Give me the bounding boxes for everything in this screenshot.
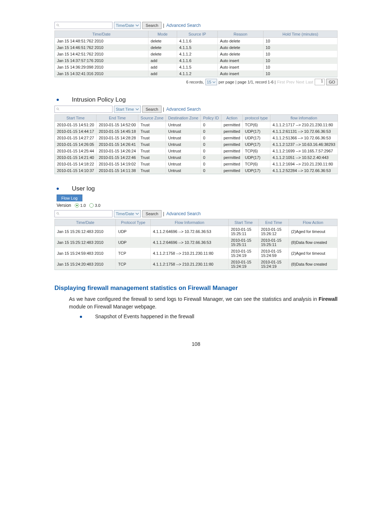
svg-point-2 (57, 108, 58, 110)
version-label: Version (57, 203, 71, 208)
bullet-text: Snapshot of Events happened in the firew… (95, 314, 194, 319)
bullet-icon (80, 316, 82, 318)
table-cell: Untrust (166, 148, 201, 154)
table-cell: Untrust (166, 128, 201, 135)
table-cell: add (148, 57, 177, 64)
table-cell: 10 (263, 64, 337, 70)
search-icon (56, 24, 60, 27)
table-row: Jan 15 14:46:51:762 2010delete4.1.1.5Aut… (55, 44, 338, 51)
table-cell: (8)Data flow created (289, 259, 337, 270)
column-header: Flow Action (289, 219, 337, 226)
table-cell: 0 (201, 141, 221, 148)
column-header: flow infomation (270, 115, 338, 122)
search-input[interactable] (54, 210, 113, 217)
column-header: End Time (97, 115, 138, 122)
table-cell: 10 (263, 57, 337, 64)
table-cell: Untrust (166, 135, 201, 141)
table-cell: delete (148, 38, 177, 45)
table-cell: add (148, 64, 177, 70)
table-cell: 2010-01-1515:24:19 (229, 259, 259, 270)
table-cell: Trust (138, 141, 166, 148)
pager-next: Next (296, 80, 304, 84)
table-cell: Jan 15 14:46:51:762 2010 (55, 44, 148, 51)
table-cell: permitted (221, 167, 242, 174)
table-cell: 2010-01-15 14:11:38 (97, 167, 138, 174)
table-cell: 2010-01-15 14:51:20 (55, 122, 97, 128)
search-button[interactable]: Search (142, 106, 162, 113)
per-page-select[interactable]: 15 (205, 79, 217, 85)
search-button[interactable]: Search (142, 22, 162, 29)
column-header: Protocol Type (116, 219, 151, 226)
table-cell: 10 (263, 38, 337, 45)
table-cell: delete (148, 44, 177, 51)
advanced-search-link[interactable]: Advanced Search (166, 211, 201, 216)
page-input[interactable]: 1 (315, 79, 325, 85)
version-1.0-radio[interactable]: 1.0 (75, 203, 86, 208)
search-button[interactable]: Search (142, 210, 162, 217)
version-3.0-radio[interactable]: 3.0 (89, 203, 100, 208)
table-cell: Untrust (166, 167, 201, 174)
table-cell: 0 (201, 122, 221, 128)
table-cell: delete (148, 51, 177, 57)
table-cell: 2010-01-15 14:44:17 (55, 128, 97, 135)
tab-flow-log[interactable]: Flow Log (57, 195, 82, 201)
table-cell: 4.1.1.2 (177, 70, 217, 77)
pager-text: per page | page 1/1, record 1-6 | (219, 80, 275, 84)
table-row: Jan 15 15:24:59:483 2010TCP4.1.1.2:1758 … (55, 248, 338, 259)
table-cell: 2010-01-15 14:26:41 (97, 141, 138, 148)
go-button[interactable]: GO (326, 79, 338, 85)
table-cell: 4.1.1.2:1694 --> 210.21.230.11:80 (270, 161, 338, 167)
table-cell: 2010-01-1515:24:59 (259, 248, 289, 259)
table-cell: 2010-01-15 14:25:44 (55, 148, 97, 154)
table-cell: 4.1.1.6 (177, 38, 217, 45)
field-select[interactable]: Time/Date (114, 22, 141, 29)
table-cell: (2)Aged for timeout (289, 248, 337, 259)
version-row: Version 1.0 3.0 (57, 203, 338, 208)
table-cell: 4.1.1.2 (177, 51, 217, 57)
table-cell: 4.1.1.2:64696 --> 10.72.66.36:53 (151, 226, 229, 237)
table-cell: permitted (221, 135, 242, 141)
table-cell: Trust (138, 161, 166, 167)
table-row: Jan 15 15:25:12:483 2010UDP4.1.1.2:64696… (55, 237, 338, 248)
table-row: Jan 15 14:36:29:098 2010add4.1.1.5Auto i… (55, 64, 338, 70)
chevron-down-icon (135, 212, 139, 216)
table-cell: TCP(6) (242, 122, 270, 128)
table-cell: 2010-01-1515:25:11 (229, 226, 259, 237)
field-select[interactable]: Start Time (114, 106, 141, 113)
table-cell: 2010-01-15 14:45:18 (97, 128, 138, 135)
column-header: Start Time (55, 115, 97, 122)
field-select[interactable]: Time/Date (114, 210, 141, 217)
table-row: Jan 15 14:48:51:762 2010delete4.1.1.6Aut… (55, 38, 338, 45)
per-page-value: 15 (207, 80, 211, 84)
column-header: Mode (148, 31, 177, 38)
table-row: 2010-01-15 14:25:442010-01-15 14:26:24Tr… (55, 148, 338, 154)
table-row: 2010-01-15 14:18:222010-01-15 14:19:02Tr… (55, 161, 338, 167)
table-cell: Untrust (166, 122, 201, 128)
table-cell: Jan 15 14:36:29:098 2010 (55, 64, 148, 70)
search-input[interactable] (54, 106, 113, 113)
table-cell: Trust (138, 122, 166, 128)
table-cell: 4.1.1.2:1699 --> 10.165.7.57:2967 (270, 148, 338, 154)
radio-label: 3.0 (95, 203, 100, 208)
table-cell: UDP (116, 237, 151, 248)
search-input[interactable] (54, 22, 113, 29)
advanced-search-link[interactable]: Advanced Search (166, 107, 201, 112)
table-cell: Auto insert (218, 70, 264, 77)
svg-line-3 (58, 110, 60, 111)
svg-line-5 (58, 214, 60, 215)
column-header: Destination Zone (166, 115, 201, 122)
table-cell: 4.1.1.5 (177, 64, 217, 70)
search-icon (56, 107, 60, 111)
column-header: Start Time (229, 219, 259, 226)
table-cell: 0 (201, 148, 221, 154)
table-cell: 2010-01-15 14:28:28 (97, 135, 138, 141)
table-cell: 4.1.1.2:52284 --> 10.72.66.36:53 (270, 167, 338, 174)
table-row: 2010-01-15 14:51:202010-01-15 14:52:00Tr… (55, 122, 338, 128)
svg-line-1 (58, 26, 60, 27)
table-cell: UDP(17) (242, 141, 270, 148)
advanced-search-link[interactable]: Advanced Search (166, 23, 201, 28)
table-row: Jan 15 14:37:57:176 2010add4.1.1.6Auto i… (55, 57, 338, 64)
field-select-value: Start Time (116, 107, 134, 111)
pager: 6 records, 15 per page | page 1/1, recor… (54, 79, 338, 85)
table-cell: Trust (138, 167, 166, 174)
